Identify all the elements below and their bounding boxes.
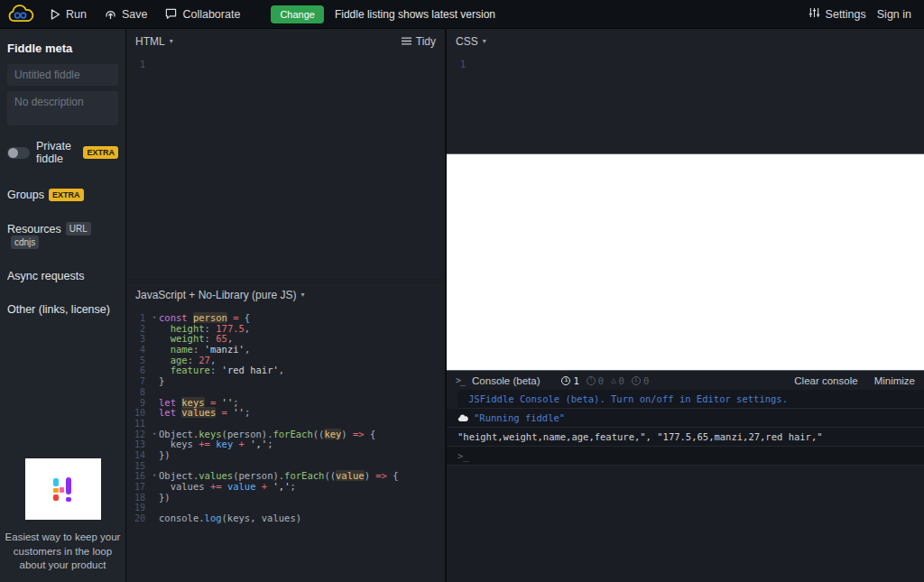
html-panel-title: HTML xyxy=(135,35,165,48)
editor-column-left: HTML ▾ Tidy 1 xyxy=(126,29,445,582)
chevron-down-icon: ▾ xyxy=(483,37,486,45)
run-button[interactable]: Run xyxy=(51,8,87,21)
settings-label: Settings xyxy=(826,8,866,21)
cdnjs-badge[interactable]: cdnjs xyxy=(11,236,39,249)
signin-button[interactable]: Sign in xyxy=(877,8,911,21)
fiddle-meta-heading: Fiddle meta xyxy=(7,42,118,55)
minimize-console-button[interactable]: Minimize xyxy=(874,375,915,386)
run-label: Run xyxy=(66,8,87,21)
play-icon xyxy=(51,9,60,20)
console-panel: >_ Console (beta) i 1 ! 0 △ 0 xyxy=(447,370,924,582)
result-panel xyxy=(447,153,924,370)
css-line-number: 1 xyxy=(447,60,470,70)
resources-label: Resources xyxy=(7,223,61,236)
save-button[interactable]: Save xyxy=(105,8,148,21)
sidebar: Fiddle meta Private fiddle EXTRA GroupsE… xyxy=(0,29,126,582)
private-fiddle-label: Private fiddle xyxy=(36,140,77,165)
css-panel-selector[interactable]: CSS ▾ xyxy=(456,35,486,48)
js-panel-selector[interactable]: JavaScript + No-Library (pure JS) ▾ xyxy=(135,289,304,301)
code-line: 18}) xyxy=(126,493,445,503)
signin-label: Sign in xyxy=(877,8,911,21)
info-circle-icon: i xyxy=(561,376,570,385)
jsfiddle-cloud-icon xyxy=(6,5,35,24)
code-line: 6 feature: 'red hair', xyxy=(126,365,445,376)
change-button[interactable]: Change xyxy=(271,5,324,23)
groups-label: Groups xyxy=(7,189,44,201)
js-code-editor[interactable]: 1▾const person = {2 height: 177.5,3 weig… xyxy=(126,307,445,582)
html-panel: HTML ▾ Tidy 1 xyxy=(126,29,445,280)
info-circle-icon: i xyxy=(632,376,641,385)
console-empty-area[interactable] xyxy=(447,466,924,582)
console-row-running: "Running fiddle" xyxy=(447,409,924,428)
css-code-editor[interactable]: 1 xyxy=(447,53,924,153)
editor-column-right: CSS ▾ 1 >_ Console (beta) i xyxy=(447,29,924,582)
url-badge[interactable]: URL xyxy=(66,222,91,236)
html-line-number: 1 xyxy=(126,60,150,70)
console-warning-count[interactable]: △ 0 xyxy=(611,375,624,386)
console-row-log: "height,weight,name,age,feature,", "177.… xyxy=(447,428,924,447)
css-panel-title: CSS xyxy=(456,35,478,48)
speech-bubble-icon xyxy=(165,8,177,20)
css-panel: CSS ▾ 1 xyxy=(447,29,924,153)
sliders-icon xyxy=(808,7,820,21)
console-row-notice: JSFiddle Console (beta). Turn on/off in … xyxy=(457,390,924,409)
private-fiddle-toggle[interactable] xyxy=(7,147,30,159)
console-info-count[interactable]: i 0 xyxy=(632,375,649,386)
error-circle-icon: ! xyxy=(587,376,596,385)
private-extra-badge: EXTRA xyxy=(83,146,118,159)
fiddle-title-input[interactable] xyxy=(7,64,118,86)
ad-caption[interactable]: Easiest way to keep your customers in th… xyxy=(0,531,125,573)
terminal-prompt-icon: >_ xyxy=(456,375,465,385)
html-panel-selector[interactable]: HTML ▾ xyxy=(135,35,173,48)
code-line: 13 keys += key + ','; xyxy=(126,439,445,450)
cloud-icon xyxy=(457,414,468,422)
collaborate-button[interactable]: Collaborate xyxy=(165,8,240,21)
sidebar-item-async[interactable]: Async requests xyxy=(7,270,118,282)
code-line: 17 values += value + ','; xyxy=(126,482,445,493)
upload-icon xyxy=(105,9,116,20)
tidy-button[interactable]: Tidy xyxy=(402,35,436,48)
save-label: Save xyxy=(122,8,148,21)
sidebar-item-groups[interactable]: GroupsEXTRA xyxy=(7,189,118,201)
private-fiddle-row: Private fiddle EXTRA xyxy=(7,140,118,165)
ad-image[interactable] xyxy=(25,458,101,520)
ad-logo-icon xyxy=(53,477,72,502)
settings-button[interactable]: Settings xyxy=(808,7,866,21)
clear-console-button[interactable]: Clear console xyxy=(794,375,857,386)
code-line: 7} xyxy=(126,376,445,387)
js-panel-title: JavaScript + No-Library (pure JS) xyxy=(135,289,296,301)
code-line: 20console.log(keys, values) xyxy=(126,513,445,524)
html-code-editor[interactable]: 1 xyxy=(126,53,445,280)
tidy-icon xyxy=(402,35,411,48)
jsfiddle-app: Run Save Collaborate Change Fiddle listi… xyxy=(0,0,924,582)
console-log-count[interactable]: i 1 xyxy=(561,375,578,386)
fiddle-description-input[interactable] xyxy=(7,91,118,125)
sidebar-item-other[interactable]: Other (links, license) xyxy=(7,303,118,316)
ad-banner[interactable]: Easiest way to keep your customers in th… xyxy=(0,458,125,582)
tidy-label: Tidy xyxy=(416,35,436,48)
console-header: >_ Console (beta) i 1 ! 0 △ 0 xyxy=(447,371,924,390)
collaborate-label: Collaborate xyxy=(182,8,240,21)
console-error-count[interactable]: ! 0 xyxy=(587,375,604,386)
sidebar-item-resources[interactable]: ResourcesURLcdnjs xyxy=(7,222,118,249)
chevron-down-icon: ▾ xyxy=(300,291,304,299)
chevron-down-icon: ▾ xyxy=(170,37,173,45)
console-row-prompt[interactable]: >_ xyxy=(447,447,924,466)
warning-triangle-icon: △ xyxy=(611,376,615,384)
groups-extra-badge: EXTRA xyxy=(49,189,84,201)
console-title: Console (beta) xyxy=(472,375,540,386)
code-line: 10let values = ''; xyxy=(126,408,445,419)
js-panel: JavaScript + No-Library (pure JS) ▾ 1▾co… xyxy=(126,282,445,582)
jsfiddle-logo[interactable] xyxy=(0,0,42,29)
code-line: 14}) xyxy=(126,450,445,461)
fiddle-listing-notice: Fiddle listing shows latest version xyxy=(335,8,495,21)
topbar: Run Save Collaborate Change Fiddle listi… xyxy=(0,0,924,29)
